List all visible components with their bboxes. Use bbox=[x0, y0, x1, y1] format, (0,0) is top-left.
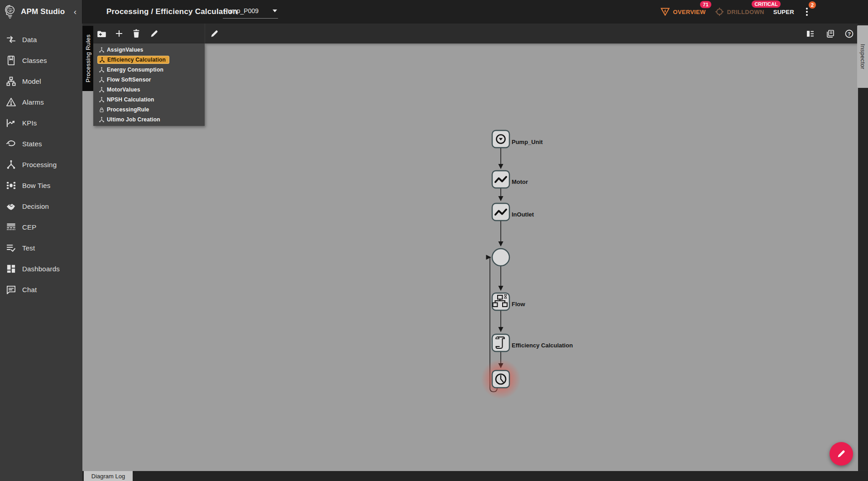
diagram-log-tab[interactable]: Diagram Log bbox=[84, 471, 133, 481]
sidebar-item-label: Decision bbox=[22, 202, 49, 210]
rule-item-assignvalues[interactable]: AssignValues bbox=[93, 45, 205, 55]
drilldown-label: DRILLDOWN bbox=[727, 9, 764, 15]
rule-label: NPSH Calculation bbox=[107, 96, 154, 103]
node-label: InOutlet bbox=[512, 211, 534, 218]
branch-icon bbox=[6, 159, 16, 170]
branch-icon bbox=[99, 67, 105, 73]
brain-head-icon bbox=[4, 5, 16, 19]
line-chart-icon bbox=[6, 118, 16, 128]
sidebar-item-label: Bow Ties bbox=[22, 182, 50, 189]
brand-area: APM Studio ‹ bbox=[0, 0, 82, 24]
stream-rows-icon bbox=[6, 222, 16, 232]
node-inoutlet[interactable]: InOutlet bbox=[492, 203, 534, 221]
sidebar-item-label: Model bbox=[22, 77, 41, 85]
book-icon bbox=[6, 55, 16, 66]
rule-label: ProcessingRule bbox=[107, 106, 149, 113]
rule-item-efficiency-calculation[interactable]: Efficiency Calculation bbox=[93, 55, 205, 65]
sidebar-item-bow-ties[interactable]: Bow Ties bbox=[0, 175, 82, 196]
overview-label: OVERVIEW bbox=[673, 9, 705, 15]
sidebar-collapse-chevron[interactable]: ‹ bbox=[74, 7, 82, 17]
inspector-tab[interactable]: Inspector bbox=[857, 25, 868, 88]
processing-rules-list: AssignValues Efficiency Calculation Ener… bbox=[93, 43, 205, 126]
sidebar-item-test[interactable]: Test bbox=[0, 237, 82, 258]
sidebar-item-label: Data bbox=[22, 36, 37, 43]
rule-item-processingrule[interactable]: ProcessingRule bbox=[93, 105, 205, 115]
branch-icon bbox=[99, 47, 105, 53]
sidebar-item-states[interactable]: States bbox=[0, 133, 82, 154]
rule-label: Efficiency Calculation bbox=[107, 57, 166, 63]
delete-icon[interactable] bbox=[131, 29, 141, 38]
add-icon[interactable] bbox=[114, 29, 124, 38]
breadcrumb: Processing / Efficiency Calculation bbox=[106, 0, 237, 24]
node-label: Efficiency Calculation bbox=[512, 342, 573, 349]
sidebar-item-classes[interactable]: Classes bbox=[0, 50, 82, 71]
sidebar-item-data[interactable]: Data bbox=[0, 29, 82, 50]
node-junction-circle[interactable] bbox=[492, 249, 509, 266]
asset-selector[interactable]: Pump_P009 bbox=[223, 4, 278, 19]
sidebar-item-label: Classes bbox=[22, 57, 47, 64]
bottom-bar: Diagram Log bbox=[82, 471, 868, 481]
sidebar-item-label: Chat bbox=[22, 286, 37, 293]
node-efficiency-calculation[interactable]: Efficiency Calculation bbox=[492, 334, 573, 351]
sidebar-item-label: Processing bbox=[22, 161, 57, 168]
sidebar-item-decision[interactable]: Decision bbox=[0, 196, 82, 216]
branch-icon bbox=[99, 87, 105, 93]
sidebar-item-chat[interactable]: Chat bbox=[0, 279, 82, 300]
drilldown-button[interactable]: DRILLDOWN CRITICAL bbox=[715, 7, 764, 16]
sidebar-item-dashboards[interactable]: Dashboards bbox=[0, 258, 82, 279]
checklist-icon bbox=[6, 243, 16, 253]
layout-list-icon[interactable] bbox=[805, 29, 815, 38]
app-header: APM Studio ‹ Processing / Efficiency Cal… bbox=[0, 0, 868, 24]
branch-icon bbox=[99, 57, 105, 63]
sidebar-item-model[interactable]: Model bbox=[0, 71, 82, 91]
toolbar-divider bbox=[205, 24, 205, 43]
branch-icon bbox=[99, 77, 105, 83]
rule-label: MotorValues bbox=[107, 87, 140, 93]
help-icon[interactable]: ? bbox=[844, 29, 854, 38]
svg-text:?: ? bbox=[847, 31, 850, 36]
dashboard-grid-icon bbox=[6, 264, 16, 274]
sidebar-item-label: Test bbox=[22, 244, 35, 252]
node-label: Flow bbox=[512, 301, 525, 308]
sidebar-item-label: Dashboards bbox=[22, 265, 60, 273]
app-title: APM Studio bbox=[21, 7, 69, 16]
sidebar-item-alarms[interactable]: Alarms bbox=[0, 91, 82, 112]
edit-icon[interactable] bbox=[210, 29, 220, 38]
pencil-icon bbox=[836, 449, 846, 459]
node-pump-unit[interactable]: Pump_Unit bbox=[492, 130, 543, 148]
right-edge-strip bbox=[858, 24, 868, 481]
add-folder-icon[interactable] bbox=[96, 29, 106, 38]
processing-rules-tab[interactable]: Processing Rules bbox=[82, 26, 93, 91]
critical-badge: CRITICAL bbox=[752, 0, 780, 8]
rule-item-npsh-calculation[interactable]: NPSH Calculation bbox=[93, 95, 205, 105]
node-clock-timer[interactable] bbox=[492, 370, 509, 388]
node-flow[interactable]: Flow bbox=[492, 293, 525, 310]
overview-button[interactable]: OVERVIEW 71 bbox=[661, 8, 705, 16]
data-flow-icon bbox=[6, 34, 16, 45]
sidebar-item-processing[interactable]: Processing bbox=[0, 154, 82, 175]
rule-item-ultimo-job-creation[interactable]: Ultimo Job Creation bbox=[93, 115, 205, 125]
rule-item-motorvalues[interactable]: MotorValues bbox=[93, 85, 205, 95]
sidebar-item-label: KPIs bbox=[22, 119, 37, 127]
rule-item-energy-consumption[interactable]: Energy Consumption bbox=[93, 65, 205, 75]
edit-diagram-fab[interactable] bbox=[830, 442, 853, 466]
chat-bubble-icon bbox=[6, 284, 16, 295]
sidebar-item-kpis[interactable]: KPIs bbox=[0, 112, 82, 133]
branch-icon bbox=[99, 117, 105, 123]
warning-triangle-icon bbox=[6, 97, 16, 107]
user-role-label: SUPER bbox=[773, 9, 794, 15]
menu-count-badge: 2 bbox=[809, 1, 816, 9]
sidebar-item-cep[interactable]: CEP bbox=[0, 216, 82, 237]
asset-selector-value: Pump_P009 bbox=[224, 7, 259, 14]
sidebar-item-label: Alarms bbox=[22, 98, 44, 106]
rule-item-flow-softsensor[interactable]: Flow SoftSensor bbox=[93, 75, 205, 85]
handshake-icon bbox=[6, 201, 16, 212]
alert-triangle-icon bbox=[661, 8, 670, 16]
header-actions: OVERVIEW 71 DRILLDOWN CRITICAL SUPER 2 bbox=[661, 0, 810, 24]
node-motor[interactable]: Motor bbox=[492, 171, 528, 188]
crosshair-icon bbox=[715, 7, 724, 16]
edit-rule-icon[interactable] bbox=[149, 29, 159, 38]
caret-down-icon bbox=[273, 10, 277, 12]
copy-pages-icon[interactable] bbox=[825, 29, 835, 38]
kebab-menu-icon[interactable]: 2 bbox=[803, 6, 810, 18]
